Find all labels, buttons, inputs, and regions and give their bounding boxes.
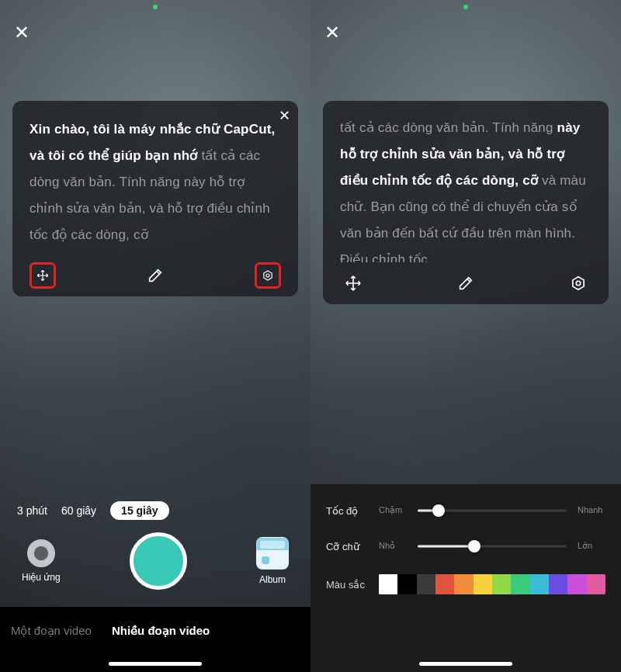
- teleprompter-toolbar: [12, 262, 298, 289]
- svg-point-0: [266, 274, 269, 277]
- speed-row: Tốc độ Chậm Nhanh: [326, 503, 605, 518]
- duration-selector: 3 phút 60 giây 15 giây: [0, 501, 310, 520]
- color-label: Màu sắc: [326, 579, 368, 591]
- size-slider[interactable]: [418, 539, 567, 554]
- move-icon: [345, 275, 362, 292]
- status-recording-dot: [463, 5, 468, 9]
- album-thumbnail: [256, 537, 289, 570]
- album-label: Album: [259, 574, 286, 585]
- teleprompter-card[interactable]: tất cả các dòng văn bản. Tính năng này h…: [323, 101, 609, 304]
- color-swatch[interactable]: [454, 574, 473, 594]
- speed-min-label: Chậm: [379, 505, 407, 515]
- teleprompter-card[interactable]: ✕ Xin chào, tôi là máy nhắc chữ CapCut, …: [12, 101, 298, 296]
- size-row: Cỡ chữ Nhỏ Lớn: [326, 539, 605, 554]
- effects-icon: [27, 539, 55, 567]
- duration-3min[interactable]: 3 phút: [17, 504, 47, 517]
- settings-hex-icon: [570, 275, 587, 292]
- size-max-label: Lớn: [578, 541, 605, 551]
- effects-button[interactable]: Hiệu ứng: [22, 539, 61, 583]
- svg-point-1: [34, 546, 48, 560]
- size-min-label: Nhỏ: [379, 541, 407, 551]
- color-swatches[interactable]: [379, 574, 605, 594]
- settings-button[interactable]: [565, 270, 592, 296]
- color-swatch[interactable]: [417, 574, 435, 594]
- teleprompter-text: Xin chào, tôi là máy nhắc chữ CapCut, và…: [29, 116, 281, 247]
- camera-controls: Hiệu ứng Album: [0, 532, 310, 590]
- color-swatch[interactable]: [587, 574, 605, 594]
- card-close-icon[interactable]: ✕: [279, 107, 290, 124]
- effects-label: Hiệu ứng: [22, 572, 61, 583]
- color-swatch[interactable]: [511, 574, 529, 594]
- settings-hex-icon: [262, 267, 274, 284]
- close-button[interactable]: ✕: [14, 23, 29, 42]
- status-recording-dot: [153, 5, 158, 9]
- settings-button[interactable]: [255, 262, 281, 289]
- size-label: Cỡ chữ: [326, 541, 368, 552]
- teleprompter-text: tất cả các dòng văn bản. Tính năng này h…: [340, 115, 592, 262]
- move-button[interactable]: [340, 270, 366, 296]
- tab-multi-clip[interactable]: Nhiều đoạn video: [112, 624, 210, 638]
- color-swatch[interactable]: [379, 574, 397, 594]
- settings-sheet: Tốc độ Chậm Nhanh Cỡ chữ Nhỏ Lớn: [310, 484, 621, 672]
- move-button[interactable]: [29, 262, 56, 289]
- edit-button[interactable]: [142, 262, 168, 289]
- home-indicator: [109, 662, 202, 666]
- color-swatch[interactable]: [474, 574, 492, 594]
- color-row: Màu sắc: [326, 574, 605, 594]
- svg-point-3: [576, 281, 581, 286]
- duration-60s[interactable]: 60 giây: [61, 504, 96, 517]
- svg-point-2: [38, 551, 40, 552]
- color-swatch[interactable]: [492, 574, 511, 594]
- mode-tabbar: Một đoạn video Nhiều đoạn video: [0, 607, 310, 672]
- speed-slider[interactable]: [418, 503, 567, 518]
- edit-button[interactable]: [453, 270, 479, 296]
- duration-15s-selected[interactable]: 15 giây: [110, 501, 168, 520]
- teleprompter-toolbar: [323, 270, 609, 296]
- shutter-button[interactable]: [130, 532, 187, 590]
- move-icon: [36, 267, 49, 284]
- close-button[interactable]: ✕: [324, 23, 340, 42]
- screenshot-right: ✕ tất cả các dòng văn bản. Tính năng này…: [310, 0, 621, 672]
- color-swatch[interactable]: [435, 574, 454, 594]
- tab-single-clip[interactable]: Một đoạn video: [11, 624, 92, 638]
- speed-max-label: Nhanh: [578, 505, 605, 515]
- pencil-icon: [147, 267, 164, 284]
- album-button[interactable]: Album: [256, 537, 289, 585]
- speed-label: Tốc độ: [326, 505, 368, 517]
- screenshot-left: ✕ ✕ Xin chào, tôi là máy nhắc chữ CapCut…: [0, 0, 310, 672]
- home-indicator: [419, 662, 512, 666]
- pencil-icon: [457, 275, 474, 292]
- color-swatch[interactable]: [567, 574, 586, 594]
- teleprompter-prev: tất cả các dòng văn bản. Tính năng: [340, 120, 553, 135]
- color-swatch[interactable]: [549, 574, 567, 594]
- color-swatch[interactable]: [397, 574, 416, 594]
- color-swatch[interactable]: [530, 574, 549, 594]
